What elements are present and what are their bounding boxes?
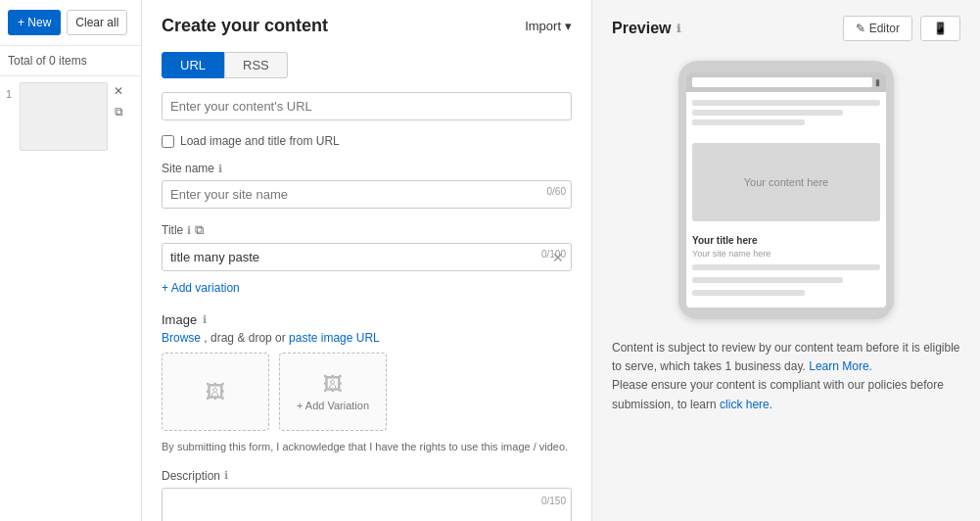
learn-more-link[interactable]: Learn More. [809, 359, 872, 373]
preview-header: Preview ℹ ✎ Editor 📱 [612, 16, 960, 41]
description-counter: 0/150 [541, 496, 566, 506]
phone-screen: ▮ Your content here Your title here Your… [686, 72, 886, 308]
image-card-main[interactable]: 🖼 [162, 353, 269, 431]
total-items-label: Total of 0 items [0, 46, 141, 76]
chevron-down-icon: ▾ [565, 19, 572, 33]
phone-content-lines [686, 92, 886, 137]
panel-title: Create your content [162, 16, 328, 36]
items-list: 1 ✕ ⧉ [0, 76, 141, 521]
add-variation-image-label: + Add Variation [297, 400, 369, 411]
title-group: Title ℹ ⧉ ✕ 0/100 + Add variation [162, 222, 572, 299]
editor-button[interactable]: ✎ Editor [843, 16, 912, 41]
url-input[interactable] [162, 92, 572, 120]
site-name-input-wrap: 0/60 [162, 180, 572, 209]
checkbox-label: Load image and title from URL [180, 134, 340, 148]
list-item: 1 ✕ ⧉ [6, 82, 135, 151]
site-name-label: Site name ℹ [162, 162, 572, 175]
tab-rss[interactable]: RSS [224, 52, 288, 78]
description-group: Description ℹ 0/150 [162, 469, 572, 522]
tabs-row: URL RSS [162, 52, 572, 78]
mobile-icon: 📱 [933, 22, 948, 35]
title-input-wrap: ✕ 0/100 [162, 243, 572, 271]
mobile-preview-button[interactable]: 📱 [920, 16, 960, 41]
import-button[interactable]: Import ▾ [525, 19, 572, 33]
phone-mockup: ▮ Your content here Your title here Your… [678, 61, 894, 319]
site-name-group: Site name ℹ 0/60 [162, 162, 572, 209]
preview-note: Content is subject to review by our cont… [612, 339, 960, 414]
phone-bottom-line-3 [692, 290, 805, 296]
title-input[interactable] [162, 243, 572, 271]
info-icon: ℹ [218, 163, 222, 175]
description-label-row: Description ℹ [162, 469, 572, 483]
image-info-icon: ℹ [203, 313, 207, 326]
description-info-icon: ℹ [224, 469, 228, 482]
editor-icon: ✎ [856, 22, 865, 35]
title-counter: 0/100 [541, 249, 566, 260]
image-cards-row: 🖼 🖼 + Add Variation [162, 353, 572, 431]
load-image-checkbox[interactable] [162, 135, 174, 148]
description-textarea[interactable] [162, 488, 572, 522]
item-card[interactable] [20, 82, 108, 151]
phone-bottom-line-2 [692, 277, 843, 283]
image-add-icon: 🖼 [323, 373, 343, 396]
phone-address-bar [692, 77, 872, 87]
phone-site-text: Your site name here [692, 249, 880, 259]
url-field-group [162, 92, 572, 120]
phone-bottom-content: Your title here Your site name here [686, 227, 886, 308]
phone-title-text: Your title here [692, 235, 880, 246]
copy-icon[interactable]: ⧉ [112, 103, 125, 120]
phone-line-3 [692, 119, 805, 125]
image-group: Image ℹ Browse , drag & drop or paste im… [162, 312, 572, 455]
close-icon[interactable]: ✕ [112, 82, 125, 100]
checkbox-row: Load image and title from URL [162, 134, 572, 148]
phone-bottom-lines [692, 264, 880, 300]
title-label-row: Title ℹ ⧉ [162, 222, 572, 238]
tab-url[interactable]: URL [162, 52, 224, 78]
phone-line-2 [692, 110, 843, 116]
right-panel: Preview ℹ ✎ Editor 📱 ▮ Your [592, 0, 980, 521]
description-wrap: 0/150 [162, 488, 572, 522]
item-actions: ✕ ⧉ [112, 82, 125, 120]
paste-image-url-link[interactable]: paste image URL [289, 331, 380, 345]
phone-top-bar: ▮ [686, 72, 886, 92]
click-here-link[interactable]: click here. [720, 398, 772, 411]
browse-link[interactable]: Browse [162, 331, 201, 345]
image-icon: 🖼 [206, 381, 225, 403]
cursor-indicator: ▮ [875, 77, 880, 87]
phone-line-1 [692, 100, 880, 106]
title-paste-icon: ⧉ [195, 222, 204, 238]
item-number: 1 [6, 82, 16, 100]
left-panel-header: + New Clear all [0, 0, 141, 46]
panel-header: Create your content Import ▾ [162, 16, 572, 36]
phone-bottom-line-1 [692, 264, 880, 270]
phone-image-placeholder: Your content here [692, 143, 880, 221]
left-panel: + New Clear all Total of 0 items 1 ✕ ⧉ [0, 0, 142, 521]
title-info-icon: ℹ [187, 224, 191, 237]
import-label: Import [525, 19, 561, 33]
submit-note: By submitting this form, I acknowledge t… [162, 439, 572, 455]
site-name-input[interactable] [162, 180, 572, 209]
preview-actions: ✎ Editor 📱 [843, 16, 960, 41]
middle-panel: Create your content Import ▾ URL RSS Loa… [142, 0, 592, 521]
clear-all-button[interactable]: Clear all [67, 10, 127, 35]
image-label-row: Image ℹ [162, 312, 572, 327]
image-upload-links: Browse , drag & drop or paste image URL [162, 331, 572, 345]
title-input-container: ✕ 0/100 [162, 243, 572, 271]
add-variation-button[interactable]: + Add variation [162, 277, 240, 299]
new-button[interactable]: + New [8, 10, 61, 35]
preview-info-icon: ℹ [677, 23, 680, 35]
preview-title: Preview ℹ [612, 20, 680, 37]
image-card-variation[interactable]: 🖼 + Add Variation [279, 353, 387, 431]
site-name-counter: 0/60 [547, 186, 566, 197]
